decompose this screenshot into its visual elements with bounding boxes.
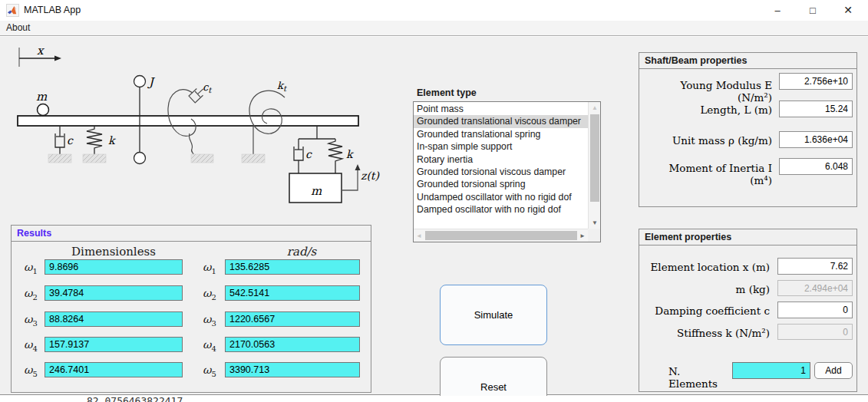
beam-schematic-diagram: x m c k (0, 37, 407, 213)
app-canvas: x m c k (0, 37, 868, 395)
stiffness-field (777, 324, 853, 340)
background-command-window: 82.0756463822417 (0, 396, 868, 402)
grounded-spring-element: k (83, 126, 116, 163)
omega3-label: ω3 (24, 313, 38, 328)
omega4-dimensionless-field[interactable] (45, 337, 183, 352)
point-mass-element: m (36, 90, 49, 116)
add-button[interactable]: Add (814, 362, 853, 379)
minimize-button[interactable]: – (761, 0, 794, 21)
scroll-left-icon[interactable]: ◄ (414, 229, 424, 242)
element-panel-title: Element properties (639, 229, 856, 245)
scroll-down-icon[interactable]: ▼ (589, 217, 601, 229)
beam (18, 116, 358, 126)
moment-inertia-field[interactable] (779, 158, 853, 175)
moment-inertia-label: Moment of Inertia I (m⁴) (645, 162, 772, 186)
element-type-listbox: Point mass Grounded translational viscou… (413, 101, 601, 242)
stiffness-label: Stiffness k (N/m²) (645, 327, 770, 339)
x-axis-arrow: x (19, 44, 61, 67)
omega5-rads-label: ω5 (203, 364, 216, 378)
scroll-right-icon[interactable]: ► (577, 229, 588, 242)
axis-label: x (37, 44, 45, 58)
oscillator-element: c k m z(t) (289, 126, 380, 203)
unit-mass-field[interactable] (779, 131, 853, 148)
matlab-app-window: MATLAB App – □ ✕ About x (0, 0, 868, 402)
shaft-panel-title: Shaft/Beam properties (639, 53, 856, 69)
omega5-rads-field[interactable] (225, 362, 360, 377)
oscillator-spring-label: k (346, 148, 354, 160)
inertia-label: J (147, 75, 156, 89)
menu-about[interactable]: About (6, 22, 30, 33)
element-properties-panel: Element properties Element location x (m… (639, 229, 857, 392)
results-panel-title: Results (12, 226, 371, 242)
omega2-rads-label: ω2 (203, 287, 216, 302)
omega1-dimensionless-field[interactable] (45, 259, 183, 275)
element-location-label: Element location x (m) (645, 261, 770, 273)
omega4-label: ω4 (24, 338, 38, 353)
omega1-rads-label: ω1 (203, 261, 216, 275)
window-title: MATLAB App (24, 5, 81, 15)
list-item[interactable]: Undamped oscillator with no rigid dof (414, 191, 588, 203)
oscillator-displacement-label: z(t) (361, 170, 380, 182)
list-item[interactable]: Rotary inertia (414, 153, 588, 166)
torsional-spring-label: kt (277, 80, 287, 93)
torsional-damper-label: ct (203, 81, 212, 94)
omega2-rads-field[interactable] (225, 285, 360, 301)
list-item[interactable]: Point mass (414, 103, 588, 115)
list-item[interactable]: Grounded torsional spring (414, 178, 588, 190)
omega4-rads-label: ω4 (203, 338, 216, 353)
vertical-scroll-thumb[interactable] (590, 114, 599, 202)
damping-coefficient-field[interactable] (777, 302, 853, 318)
scroll-up-icon[interactable]: ▲ (589, 102, 601, 114)
spring-label: k (108, 134, 116, 147)
unit-mass-label: Unit mass ρ (kg/m) (645, 134, 772, 147)
length-label: Length, L (m) (645, 104, 772, 116)
mass-field (777, 280, 853, 296)
matlab-logo-glyph (7, 5, 18, 16)
young-modulus-field[interactable] (779, 73, 853, 90)
vertical-scrollbar[interactable]: ▲ ▼ (588, 102, 600, 229)
mass-label: m (kg) (645, 283, 770, 295)
element-location-field[interactable] (777, 258, 853, 275)
oscillator-damper-label: c (305, 148, 312, 160)
grounded-damper-element: c (48, 126, 74, 163)
omega2-dimensionless-field[interactable] (45, 285, 183, 301)
omega3-rads-label: ω3 (203, 313, 216, 328)
list-item[interactable]: Damped oscillator with no rigid dof (414, 203, 588, 216)
young-modulus-label: Young Modulus E (N/m²) (645, 79, 772, 104)
n-elements-field[interactable] (732, 362, 810, 379)
results-panel: Results Dimensionless rad/s ω1 ω1 ω2 ω2 … (11, 225, 371, 393)
list-item-selected[interactable]: Grounded translational viscous damper (414, 115, 588, 127)
horizontal-scroll-thumb[interactable] (425, 231, 577, 240)
menu-bar: About (0, 21, 868, 36)
title-bar: MATLAB App – □ ✕ (0, 0, 868, 21)
omega1-label: ω1 (24, 261, 38, 275)
n-elements-label: N. Elements (645, 365, 722, 390)
list-item[interactable]: Grounded torsional viscous damper (414, 166, 588, 178)
omega1-rads-field[interactable] (225, 259, 360, 275)
shaft-beam-properties-panel: Shaft/Beam properties Young Modulus E (N… (639, 52, 857, 207)
omega3-rads-field[interactable] (225, 311, 360, 327)
omega5-dimensionless-field[interactable] (45, 362, 183, 377)
omega4-rads-field[interactable] (225, 337, 360, 352)
omega2-label: ω2 (24, 287, 38, 302)
close-button[interactable]: ✕ (831, 0, 865, 21)
element-type-items: Point mass Grounded translational viscou… (414, 103, 588, 216)
matlab-logo-icon (6, 4, 19, 17)
oscillator-mass-label: m (311, 184, 322, 198)
length-field[interactable] (779, 100, 853, 117)
scrollbar-corner (588, 229, 600, 242)
damper-label: c (67, 134, 74, 147)
damping-coefficient-label: Damping coefficient c (645, 305, 770, 317)
omega5-label: ω5 (24, 364, 38, 378)
element-type-label: Element type (417, 87, 477, 98)
simulate-button[interactable]: Simulate (440, 285, 547, 345)
rads-column-header: rad/s (225, 245, 378, 259)
horizontal-scrollbar[interactable]: ◄ ► (414, 229, 588, 242)
background-number-text: 82.0756463822417 (87, 396, 183, 402)
list-item[interactable]: Grounded translational spring (414, 128, 588, 140)
dimensionless-column-header: Dimensionless (45, 245, 183, 259)
point-mass-label: m (36, 90, 48, 104)
list-item[interactable]: In-span simple support (414, 140, 588, 153)
omega3-dimensionless-field[interactable] (45, 311, 183, 327)
maximize-button[interactable]: □ (796, 0, 830, 21)
